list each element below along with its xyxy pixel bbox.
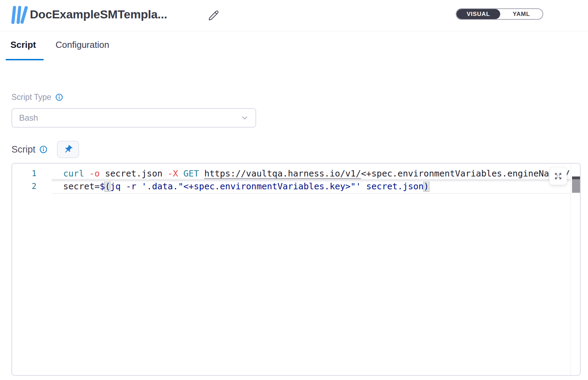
- code-segment: -X: [168, 169, 183, 179]
- line-number: 1: [12, 167, 36, 180]
- code-line[interactable]: curl -o secret.json -X GET https://vault…: [63, 167, 571, 180]
- code-segment: https://vaultqa.harness.io/v1/: [204, 169, 361, 179]
- info-icon[interactable]: [55, 93, 64, 102]
- script-type-value: Bash: [19, 113, 240, 123]
- toggle-visual[interactable]: VISUAL: [456, 9, 500, 19]
- pencil-icon: [208, 10, 219, 21]
- code-segment: jq -r '.data."<+spec.environmentVariable…: [110, 181, 423, 191]
- header-divider: [0, 31, 588, 31]
- script-label: Script: [11, 144, 35, 155]
- tab-script[interactable]: Script: [10, 40, 36, 50]
- code-segment: secret.json: [105, 169, 168, 179]
- vertical-scrollbar-thumb-cap: [572, 176, 580, 179]
- script-code-editor[interactable]: 12 curl -o secret.json -X GET https://va…: [11, 163, 581, 376]
- code-segment: <+spec.environmentVariables.engineName>/: [361, 169, 570, 179]
- pin-script-button[interactable]: [57, 141, 79, 158]
- visual-yaml-toggle: VISUAL YAML: [456, 8, 543, 20]
- code-segment: -o: [89, 169, 105, 179]
- horizontal-scrollbar[interactable]: [52, 179, 571, 181]
- script-type-select[interactable]: Bash: [11, 108, 256, 128]
- code-segment: (: [105, 181, 110, 191]
- toggle-yaml[interactable]: YAML: [500, 9, 543, 19]
- code-segment: ): [424, 181, 429, 191]
- pushpin-icon: [63, 145, 73, 154]
- current-line-border: [52, 193, 571, 194]
- code-segment: $: [100, 181, 105, 191]
- script-type-label: Script Type: [11, 93, 51, 102]
- info-icon[interactable]: [39, 145, 48, 154]
- code-segment: curl: [63, 169, 89, 179]
- line-number-gutter: 12: [12, 167, 36, 193]
- tab-configuration[interactable]: Configuration: [56, 40, 109, 50]
- code-segment: secret=: [63, 181, 100, 191]
- harness-template-library-icon: [11, 5, 30, 25]
- code-line[interactable]: secret=$(jq -r '.data."<+spec.environmen…: [63, 180, 571, 193]
- line-number: 2: [12, 180, 36, 193]
- expand-editor-button[interactable]: [549, 167, 567, 185]
- edit-title-button[interactable]: [207, 9, 220, 22]
- active-tab-underline: [6, 59, 44, 60]
- scrollbar-gutter-divider: [571, 164, 571, 375]
- expand-fullscreen-icon: [554, 172, 563, 181]
- page-title: DocExampleSMTempla...: [30, 8, 167, 21]
- template-editor-page: DocExampleSMTempla... VISUAL YAML Script…: [0, 0, 588, 380]
- chevron-down-icon: [240, 113, 249, 122]
- code-segment: GET: [183, 169, 204, 179]
